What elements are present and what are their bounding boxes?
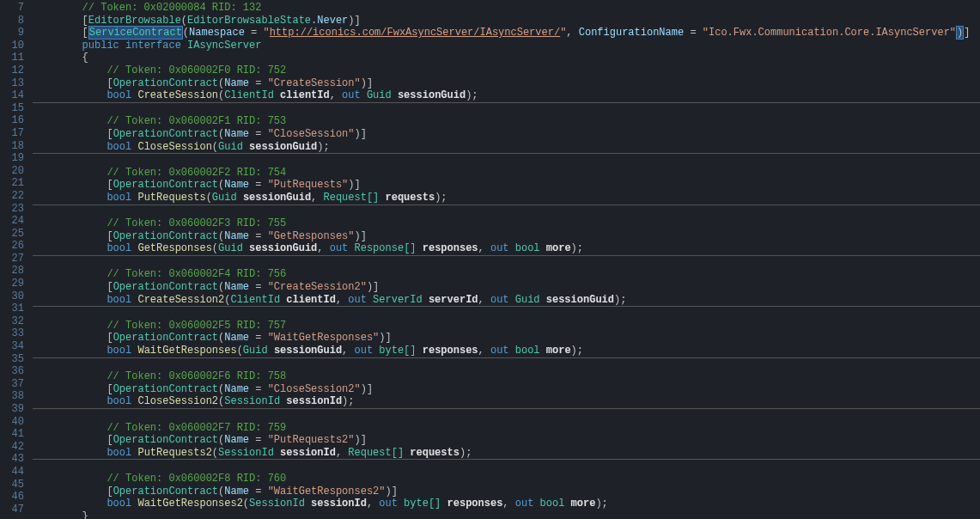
line-number: 21	[3, 177, 24, 190]
line-number: 27	[3, 253, 24, 266]
code-line: bool WaitGetResponses(Guid sessionGuid, …	[33, 345, 980, 357]
code-line	[33, 256, 980, 269]
line-number: 30	[3, 290, 24, 303]
code-line: [ServiceContract(Namespace = "http://ico…	[33, 27, 980, 40]
code-line: [OperationContract(Name = "CreateSession…	[33, 77, 980, 90]
code-line: bool PutRequests(Guid sessionGuid, Reque…	[33, 192, 980, 205]
code-line: // Token: 0x060002F2 RID: 754	[33, 167, 980, 180]
code-line	[33, 460, 980, 473]
line-number: 45	[3, 479, 24, 492]
code-line: [OperationContract(Name = "WaitGetRespon…	[33, 332, 980, 345]
code-line: [OperationContract(Name = "CreateSession…	[33, 281, 980, 294]
line-number: 34	[3, 340, 24, 353]
line-number: 12	[3, 64, 24, 77]
code-line: bool CreateSession2(ClientId clientId, o…	[33, 294, 980, 307]
line-number: 42	[3, 441, 24, 454]
line-number: 39	[3, 403, 24, 416]
code-line: // Token: 0x02000084 RID: 132	[33, 2, 980, 15]
code-line: // Token: 0x060002F5 RID: 757	[33, 320, 980, 333]
code-line: // Token: 0x060002F7 RID: 759	[33, 422, 980, 435]
code-line: // Token: 0x060002F3 RID: 755	[33, 217, 980, 230]
line-number: 8	[3, 15, 24, 27]
code-line: // Token: 0x060002F8 RID: 760	[33, 473, 980, 485]
line-number: 25	[3, 228, 24, 241]
code-line: // Token: 0x060002F1 RID: 753	[33, 115, 980, 128]
line-number: 19	[3, 152, 24, 165]
code-line: bool PutRequests2(SessionId sessionId, R…	[33, 447, 980, 460]
line-number: 17	[3, 127, 24, 140]
line-number: 10	[3, 40, 24, 52]
code-line	[33, 205, 980, 218]
line-number: 9	[3, 27, 24, 40]
line-number: 40	[3, 416, 24, 429]
code-line: [OperationContract(Name = "CloseSession"…	[33, 128, 980, 141]
code-line: [OperationContract(Name = "PutRequests")…	[33, 179, 980, 192]
line-gutter: 7891011121314151617181920212223242526272…	[0, 0, 33, 519]
line-number: 23	[3, 203, 24, 216]
line-number: 14	[3, 89, 24, 102]
line-number: 22	[3, 190, 24, 203]
code-line: [OperationContract(Name = "WaitGetRespon…	[33, 485, 980, 498]
code-line: // Token: 0x060002F6 RID: 758	[33, 370, 980, 383]
code-line: bool CloseSession(Guid sessionGuid);	[33, 141, 980, 154]
code-line: }	[33, 510, 980, 519]
code-line: {	[33, 52, 980, 64]
code-line: [OperationContract(Name = "CloseSession2…	[33, 383, 980, 396]
line-number: 11	[3, 52, 24, 64]
line-number: 15	[3, 102, 24, 115]
code-line: [OperationContract(Name = "PutRequests2"…	[33, 434, 980, 447]
line-number: 20	[3, 165, 24, 178]
code-area[interactable]: // Token: 0x02000084 RID: 132 [EditorBro…	[33, 0, 980, 519]
line-number: 33	[3, 327, 24, 340]
line-number: 16	[3, 114, 24, 127]
line-number: 31	[3, 302, 24, 315]
code-line: bool WaitGetResponses2(SessionId session…	[33, 498, 980, 510]
code-line	[33, 358, 980, 371]
line-number: 13	[3, 77, 24, 90]
code-line: bool CreateSession(ClientId clientId, ou…	[33, 89, 980, 102]
code-line: bool CloseSession2(SessionId sessionId);	[33, 395, 980, 408]
line-number: 37	[3, 378, 24, 391]
line-number: 44	[3, 466, 24, 479]
line-number: 35	[3, 353, 24, 366]
code-line	[33, 103, 980, 116]
line-number: 26	[3, 240, 24, 253]
line-number: 29	[3, 278, 24, 290]
line-number: 18	[3, 140, 24, 153]
code-line: [EditorBrowsable(EditorBrowsableState.Ne…	[33, 15, 980, 27]
line-number: 47	[3, 504, 24, 516]
code-line	[33, 154, 980, 167]
code-line	[33, 307, 980, 320]
line-number: 32	[3, 315, 24, 328]
line-number: 7	[3, 2, 24, 15]
line-number: 43	[3, 453, 24, 466]
code-line: // Token: 0x060002F0 RID: 752	[33, 64, 980, 77]
line-number: 24	[3, 215, 24, 228]
code-line	[33, 409, 980, 422]
code-line: bool GetResponses(Guid sessionGuid, out …	[33, 242, 980, 255]
line-number: 36	[3, 365, 24, 378]
code-editor[interactable]: 7891011121314151617181920212223242526272…	[0, 0, 980, 519]
code-line: public interface IAsyncServer	[33, 40, 980, 52]
line-number: 46	[3, 491, 24, 504]
code-line: // Token: 0x060002F4 RID: 756	[33, 268, 980, 281]
line-number: 28	[3, 265, 24, 278]
line-number: 38	[3, 390, 24, 403]
line-number: 41	[3, 428, 24, 441]
code-line: [OperationContract(Name = "GetResponses"…	[33, 230, 980, 243]
